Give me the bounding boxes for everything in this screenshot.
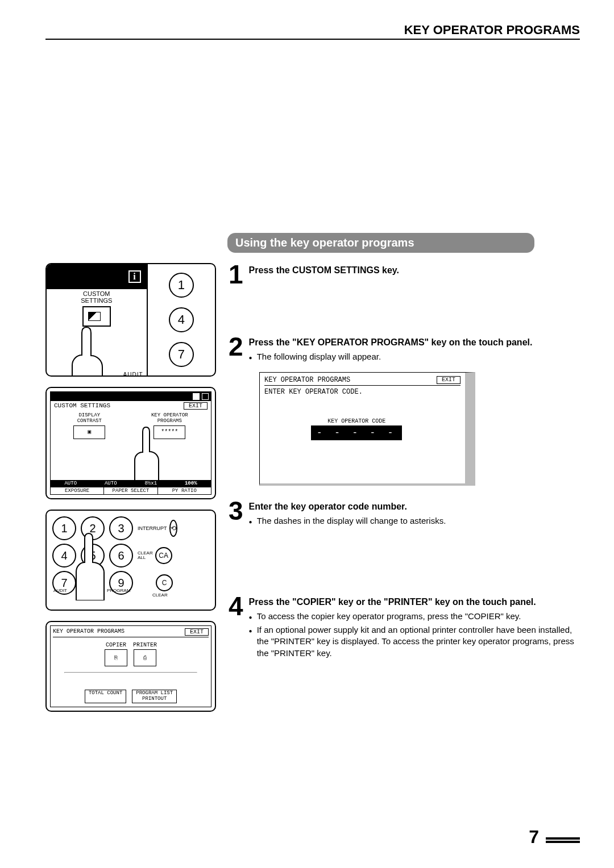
clear-all-label: CLEAR ALL xyxy=(138,551,153,560)
code-dashes: - - - - - xyxy=(311,425,402,440)
page-number: 7 xyxy=(529,827,580,848)
finger-icon xyxy=(130,426,164,483)
step-number: 4 xyxy=(229,595,243,661)
keypad-1: 1 xyxy=(169,273,194,298)
screen-title: KEY OPERATOR PROGRAMS xyxy=(264,376,350,384)
status-icon xyxy=(193,393,200,400)
step-1: 1 Press the CUSTOM SETTINGS key. xyxy=(229,263,580,286)
illustration-custom-settings-key: i CUSTOM SETTINGS AUDIT 1 4 7 xyxy=(45,263,216,377)
exit-button: EXIT xyxy=(437,376,460,384)
screen-key-operator-code: KEY OPERATOR PROGRAMS EXIT ENTER KEY OPE… xyxy=(259,372,475,486)
program-list-printout-button: PROGRAM LIST PRINTOUT xyxy=(132,690,177,703)
exit-button: EXIT xyxy=(184,402,208,410)
audit-label: AUDIT xyxy=(53,588,67,593)
step-4: 4 Press the "COPIER" key or the "PRINTER… xyxy=(229,595,580,661)
interrupt-icon: ⟲ xyxy=(169,520,178,537)
code-label: KEY OPERATOR CODE xyxy=(311,418,402,424)
screen-prompt: ENTER KEY OPERATOR CODE. xyxy=(264,388,460,396)
printer-label: PRINTER xyxy=(133,642,157,648)
status-icon xyxy=(202,393,209,400)
keypad-4: 4 xyxy=(169,307,194,332)
clear-button: C xyxy=(156,574,173,591)
divider xyxy=(64,672,197,673)
paper-select-label: PAPER SELECT xyxy=(104,487,157,494)
illustration-copier-printer-screen: KEY OPERATOR PROGRAMS EXIT COPIER ⎘ PRIN… xyxy=(45,621,216,712)
finger-icon xyxy=(64,324,115,377)
custom-settings-button xyxy=(82,306,111,327)
step-bullet: To access the copier key operator progra… xyxy=(249,611,580,622)
finger-icon xyxy=(70,532,110,600)
audit-label: AUDIT xyxy=(123,372,143,377)
program-label: PROGRAM xyxy=(107,588,130,593)
illustration-touch-panel-custom-settings: CUSTOM SETTINGS EXIT DISPLAY CONTRAST ▣ … xyxy=(45,387,216,499)
screen-title: CUSTOM SETTINGS xyxy=(54,402,110,410)
printer-icon: ⎙ xyxy=(134,649,156,666)
key-6: 6 xyxy=(109,544,133,567)
status-size: 8½x1 xyxy=(131,480,171,487)
key-operator-programs-label: KEY OPERATOR PROGRAMS xyxy=(151,413,188,424)
custom-settings-label: CUSTOM SETTINGS xyxy=(47,290,147,304)
illustration-numeric-keypad: 1 2 3 INTERRUPT⟲ 4 5 6 CLEAR ALLCA 7 8 9… xyxy=(45,510,216,611)
copier-icon: ⎘ xyxy=(105,649,127,666)
step-2: 2 Press the "KEY OPERATOR PROGRAMS" key … xyxy=(229,335,580,365)
info-icon: i xyxy=(128,270,141,283)
clear-label: CLEAR xyxy=(152,592,168,598)
display-contrast-label: DISPLAY CONTRAST xyxy=(73,413,105,424)
keypad-7: 7 xyxy=(169,342,194,367)
step-3: 3 Enter the key operator code number. Th… xyxy=(229,499,580,529)
step-heading: Press the CUSTOM SETTINGS key. xyxy=(249,265,580,276)
status-auto: AUTO xyxy=(51,480,91,487)
step-heading: Press the "KEY OPERATOR PROGRAMS" key on… xyxy=(249,337,580,348)
step-heading: Enter the key operator code number. xyxy=(249,502,580,512)
clear-all-button: CA xyxy=(155,547,172,564)
exposure-label: EXPOSURE xyxy=(51,487,104,494)
display-contrast-icon: ▣ xyxy=(73,425,105,439)
copier-label: COPIER xyxy=(105,642,127,648)
py-ratio-label: PY RATIO xyxy=(158,487,211,494)
section-title-bar: Using the key operator programs xyxy=(227,233,534,253)
step-number: 1 xyxy=(229,263,243,286)
step-bullet: If an optional power supply kit and an o… xyxy=(249,624,580,659)
step-heading: Press the "COPIER" key or the "PRINTER" … xyxy=(249,597,580,607)
step-number: 2 xyxy=(229,335,243,365)
page-header: KEY OPERATOR PROGRAMS xyxy=(45,23,580,40)
status-pct: 100% xyxy=(171,480,211,487)
step-bullet: The dashes in the display will change to… xyxy=(249,515,580,527)
key-3: 3 xyxy=(109,516,133,540)
screen-title: KEY OPERATOR PROGRAMS xyxy=(53,628,125,636)
step-number: 3 xyxy=(229,499,243,529)
status-auto2: AUTO xyxy=(91,480,131,487)
step-bullet: The following display will appear. xyxy=(249,351,580,362)
total-count-button: TOTAL COUNT xyxy=(85,690,126,703)
exit-button: EXIT xyxy=(185,628,209,636)
interrupt-label: INTERRUPT xyxy=(138,525,167,531)
